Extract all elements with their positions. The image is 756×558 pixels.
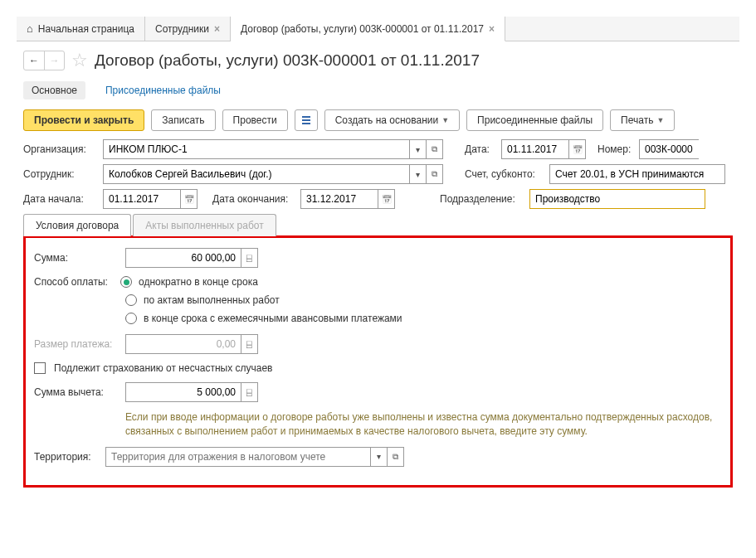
tab-employees[interactable]: Сотрудники × <box>145 17 231 41</box>
window: ⌂ Начальная страница Сотрудники × Догово… <box>17 17 739 488</box>
back-button[interactable]: ← <box>24 51 44 70</box>
sum-label: Сумма: <box>34 252 120 264</box>
nav-buttons: ← → <box>23 51 65 70</box>
tab-acts[interactable]: Акты выполненных работ <box>133 214 276 236</box>
date-end-label: Дата окончания: <box>212 193 295 205</box>
tab-home-label: Начальная страница <box>38 23 134 35</box>
chevron-down-icon: ▼ <box>656 116 664 124</box>
post-and-close-button[interactable]: Провести и закрыть <box>23 109 144 131</box>
territory-input[interactable] <box>105 447 371 467</box>
date-end-input[interactable] <box>300 189 378 209</box>
pay-method-label: Способ оплаты: <box>34 276 120 288</box>
list-icon <box>300 114 312 126</box>
payment-size-input <box>125 334 241 354</box>
calculator-icon[interactable] <box>241 382 258 402</box>
date-start-input[interactable] <box>103 189 181 209</box>
calculator-icon[interactable] <box>241 248 258 268</box>
org-input[interactable] <box>103 139 410 159</box>
radio-pay-once[interactable] <box>120 276 132 288</box>
tabs-bar: ⌂ Начальная страница Сотрудники × Догово… <box>17 17 739 41</box>
subdivision-label: Подразделение: <box>440 193 524 205</box>
toolbar: Провести и закрыть Записать Провести Соз… <box>17 106 739 139</box>
sum-input[interactable] <box>125 248 241 268</box>
subnav-main[interactable]: Основное <box>23 81 85 99</box>
radio-pay-once-label: однократно в конце срока <box>139 276 258 288</box>
tab-contract-label: Договор (работы, услуги) 003К-000001 от … <box>241 23 484 35</box>
deduction-label: Сумма вычета: <box>34 386 120 398</box>
save-button[interactable]: Записать <box>151 109 215 131</box>
close-icon[interactable]: × <box>214 23 220 35</box>
deduction-hint: Если при вводе информации о договоре раб… <box>125 410 722 439</box>
dropdown-icon[interactable]: ▾ <box>410 164 427 184</box>
radio-pay-monthly-label: в конце срока с ежемесячными авансовыми … <box>144 313 402 324</box>
employee-input[interactable] <box>103 164 410 184</box>
tab-contract[interactable]: Договор (работы, услуги) 003К-000001 от … <box>231 17 505 41</box>
dropdown-icon[interactable]: ▾ <box>371 447 388 467</box>
insurance-label: Подлежит страхованию от несчастных случа… <box>54 362 273 374</box>
form-area: Организация: ▾ ⧉ Дата: Номер: Сотрудник:… <box>17 139 739 488</box>
create-based-on-button[interactable]: Создать на основании ▼ <box>324 109 460 131</box>
favorite-icon[interactable]: ☆ <box>71 50 88 71</box>
date-label: Дата: <box>465 143 496 155</box>
open-icon[interactable]: ⧉ <box>388 447 404 467</box>
radio-pay-acts-label: по актам выполненных работ <box>144 294 280 306</box>
close-icon[interactable]: × <box>489 23 495 35</box>
territory-label: Территория: <box>34 451 100 463</box>
date-input[interactable] <box>501 139 569 159</box>
insurance-checkbox[interactable] <box>34 362 46 374</box>
dropdown-icon[interactable]: ▾ <box>410 139 427 159</box>
tab-home[interactable]: ⌂ Начальная страница <box>17 17 145 41</box>
open-icon[interactable]: ⧉ <box>427 139 443 159</box>
subnav: Основное Присоединенные файлы <box>17 78 739 106</box>
radio-pay-monthly[interactable] <box>125 313 137 324</box>
svg-rect-0 <box>302 116 310 118</box>
print-label: Печать <box>621 114 653 126</box>
calendar-icon[interactable] <box>569 139 586 159</box>
deduction-input[interactable] <box>125 382 241 402</box>
calendar-icon[interactable] <box>378 189 395 209</box>
payment-size-label: Размер платежа: <box>34 338 120 350</box>
subdivision-input[interactable] <box>529 189 705 209</box>
org-label: Организация: <box>23 143 98 155</box>
account-label: Счет, субконто: <box>465 168 544 180</box>
account-input[interactable] <box>549 164 725 184</box>
tab-terms[interactable]: Условия договора <box>23 214 131 236</box>
svg-rect-1 <box>302 119 310 121</box>
structure-icon-button[interactable] <box>295 109 318 131</box>
svg-rect-2 <box>302 123 310 124</box>
print-button[interactable]: Печать ▼ <box>610 109 675 131</box>
date-start-label: Дата начала: <box>23 193 98 205</box>
employee-label: Сотрудник: <box>23 168 98 180</box>
page-title: Договор (работы, услуги) 003К-000001 от … <box>95 51 480 70</box>
create-based-label: Создать на основании <box>335 114 439 126</box>
radio-pay-acts[interactable] <box>125 294 137 306</box>
forward-button[interactable]: → <box>44 51 64 70</box>
home-icon: ⌂ <box>27 22 33 35</box>
chevron-down-icon: ▼ <box>441 116 449 124</box>
number-label: Номер: <box>597 143 634 155</box>
terms-panel: Сумма: Способ оплаты: однократно в конце… <box>23 235 733 488</box>
inner-tabs: Условия договора Акты выполненных работ <box>23 214 733 236</box>
header-row: ← → ☆ Договор (работы, услуги) 003К-0000… <box>17 41 739 78</box>
calendar-icon[interactable] <box>181 189 198 209</box>
subnav-files[interactable]: Присоединенные файлы <box>97 81 229 99</box>
tab-employees-label: Сотрудники <box>155 23 209 35</box>
calculator-icon <box>241 334 258 354</box>
open-icon[interactable]: ⧉ <box>427 164 443 184</box>
number-input[interactable] <box>639 139 699 159</box>
attached-files-button[interactable]: Присоединенные файлы <box>466 109 603 131</box>
post-button[interactable]: Провести <box>222 109 288 131</box>
